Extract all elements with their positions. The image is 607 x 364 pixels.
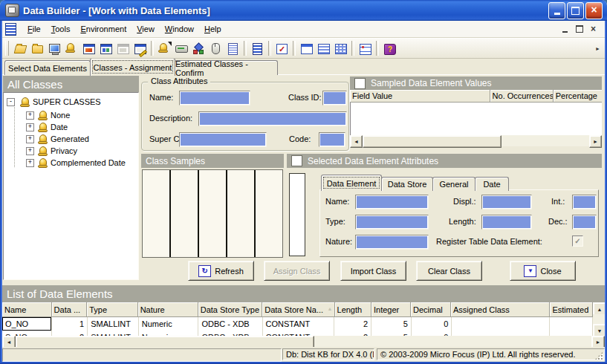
super-class-field[interactable]	[179, 132, 267, 147]
open-report-button[interactable]	[12, 40, 29, 56]
collapse-icon[interactable]: -	[7, 98, 15, 106]
sample-column[interactable]	[143, 170, 169, 257]
column-header-nature[interactable]: Nature	[138, 302, 198, 317]
cell-name[interactable]: O_NO	[2, 317, 52, 331]
cell-nature[interactable]: Numeric	[139, 331, 199, 336]
length-field[interactable]	[481, 215, 532, 230]
window-wand-button[interactable]	[132, 40, 149, 56]
clear-class-button[interactable]: Clear Class	[416, 261, 482, 281]
bell-arrow-button[interactable]	[156, 40, 173, 56]
int-field[interactable]	[572, 195, 597, 209]
cell-type[interactable]: SMALLINT	[88, 317, 139, 331]
column-header-length[interactable]: Length	[335, 302, 371, 317]
menu-item-file[interactable]: File	[22, 23, 46, 35]
folder-button[interactable]	[29, 40, 46, 56]
help-button[interactable]: ?	[381, 40, 398, 56]
subtab-data-store[interactable]: Data Store	[381, 177, 433, 191]
toolbar-grip[interactable]	[5, 41, 9, 56]
cell-data-store-name[interactable]: CONSTANT	[263, 331, 335, 336]
tab-classes-assignment[interactable]: Classes - Assignment	[90, 58, 175, 76]
import-class-button[interactable]: Import Class	[340, 261, 406, 281]
monitor-button[interactable]	[46, 40, 63, 56]
column-header-type[interactable]: Type	[87, 302, 137, 317]
cell-nature[interactable]: Numeric	[139, 317, 199, 331]
displ-field[interactable]	[481, 195, 532, 209]
checklist-button[interactable]: ✓	[273, 40, 290, 56]
tree-item-date[interactable]: + Date	[26, 121, 68, 133]
expand-icon[interactable]: +	[26, 111, 34, 120]
cell-data[interactable]: 1	[52, 317, 88, 331]
cell-data-store-name[interactable]: CONSTANT	[263, 317, 335, 331]
resize-grip[interactable]	[594, 351, 603, 360]
close-button[interactable]: ×	[585, 2, 603, 19]
window-red-button[interactable]	[80, 40, 97, 56]
menu-item-window[interactable]: Window	[160, 23, 199, 35]
scroll-right-button[interactable]: ►	[589, 135, 602, 148]
tree-item-generated[interactable]: + Generated	[26, 133, 89, 145]
column-header-estimated[interactable]: Estimated	[550, 302, 593, 317]
column-header-field-value[interactable]: Field Value	[350, 90, 490, 103]
table-rows-button[interactable]	[315, 40, 332, 56]
cell-name[interactable]: S_NO	[2, 331, 52, 336]
document-icon[interactable]	[5, 23, 16, 36]
column-header-percentage[interactable]: Percentage	[554, 90, 602, 103]
scroll-left-button[interactable]: ◄	[350, 135, 363, 148]
mouse-button[interactable]	[207, 40, 224, 56]
mdi-close-button[interactable]: ×	[588, 25, 599, 34]
spray-nodes-button[interactable]	[190, 40, 207, 56]
notebook-button[interactable]	[249, 40, 266, 56]
table-row-partial[interactable]: S_NO 2 SMALLINT Numeric ODBC - XDB CONST…	[2, 331, 593, 336]
menu-item-tools[interactable]: Tools	[46, 23, 76, 35]
tree-item-privacy[interactable]: + Privacy	[26, 145, 77, 157]
cell-integer[interactable]: 5	[371, 317, 412, 331]
sample-column[interactable]	[169, 170, 198, 257]
table-header-button[interactable]	[298, 40, 315, 56]
scroll-thumb[interactable]	[363, 135, 501, 148]
name-field[interactable]	[355, 195, 429, 209]
menu-item-help[interactable]: Help	[199, 23, 227, 35]
cell-estimated[interactable]	[550, 331, 593, 336]
column-header-data[interactable]: Data ...	[52, 302, 88, 317]
window-blocks-button[interactable]	[97, 40, 114, 56]
tab-select-data-elements[interactable]: Select Data Elements	[4, 60, 91, 75]
tree-root-super-classes[interactable]: - SUPER CLASSES	[7, 96, 101, 108]
mdi-restore-button[interactable]	[574, 25, 585, 34]
sample-column[interactable]	[254, 170, 282, 257]
column-header-data-store-name[interactable]: Data Store Na...▲	[262, 302, 334, 317]
class-id-field[interactable]	[322, 91, 347, 105]
sample-column[interactable]	[226, 170, 254, 257]
close-panel-button[interactable]: ▼ Close	[510, 261, 576, 281]
subtab-data-element[interactable]: Data Element	[321, 175, 382, 191]
maximize-button[interactable]	[567, 2, 584, 19]
cell-assigned-class[interactable]	[452, 317, 550, 331]
mdi-minimize-button[interactable]	[559, 25, 571, 34]
selected-attributes-checkbox[interactable]	[291, 155, 302, 166]
expand-icon[interactable]: +	[26, 123, 34, 131]
expand-icon[interactable]: +	[26, 159, 34, 167]
toolbar-overflow-arrow[interactable]: ►	[595, 46, 600, 51]
subtab-date[interactable]: Date	[475, 177, 509, 191]
name-field[interactable]	[179, 91, 250, 105]
minimize-button[interactable]	[548, 2, 565, 19]
expand-icon[interactable]: +	[26, 147, 34, 155]
tree-item-none[interactable]: + None	[26, 109, 70, 121]
code-field[interactable]	[319, 132, 345, 147]
column-header-integer[interactable]: Integer	[371, 302, 411, 317]
menu-item-view[interactable]: View	[132, 23, 160, 35]
cell-integer[interactable]: 5	[371, 331, 412, 336]
tab-estimated-classes-confirm[interactable]: Estimated Classes - Confirm	[175, 60, 278, 75]
column-header-assigned-class[interactable]: Assigned Class	[451, 302, 550, 317]
cell-type[interactable]: SMALLINT	[88, 331, 139, 336]
description-field[interactable]	[198, 111, 347, 126]
scanner-button[interactable]	[173, 40, 190, 56]
tree-item-complemented-date[interactable]: + Complemented Date	[26, 157, 126, 169]
cell-data[interactable]: 2	[52, 331, 88, 336]
table-row[interactable]: O_NO 1 SMALLINT Numeric ODBC - XDB CONST…	[2, 317, 593, 331]
cell-data-store-type[interactable]: ODBC - XDB	[198, 331, 262, 336]
list-button[interactable]	[224, 40, 241, 56]
table-grid-button[interactable]	[332, 40, 349, 56]
cell-length[interactable]: 2	[334, 331, 371, 336]
properties-button[interactable]	[357, 40, 374, 56]
nature-field[interactable]	[355, 235, 429, 250]
menu-item-environment[interactable]: Environment	[75, 23, 132, 35]
